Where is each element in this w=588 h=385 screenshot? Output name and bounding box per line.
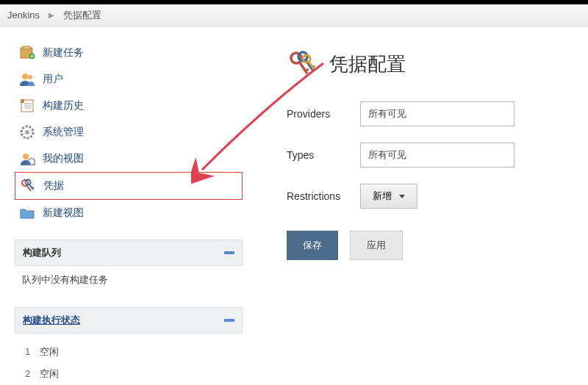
sidebar-item-label: 我的视图 [43,152,84,165]
breadcrumb-current[interactable]: 凭据配置 [63,9,101,22]
page-title-row: 凭据配置 [287,48,566,79]
build-queue-body: 队列中没有构建任务 [15,266,243,294]
sidebar-item-new-view[interactable]: 新建视图 [15,200,243,226]
sidebar-item-users[interactable]: 用户 [15,66,243,93]
sidebar-item-build-history[interactable]: 构建历史 [15,93,243,119]
executor-status: 空闲 [40,368,59,379]
svg-text:+: + [30,53,34,60]
breadcrumb-root[interactable]: Jenkins [7,10,40,21]
collapse-icon[interactable] [224,251,234,254]
svg-rect-7 [21,99,24,103]
save-button[interactable]: 保存 [287,231,338,260]
types-field[interactable]: 所有可见 [360,143,514,168]
providers-label: Providers [287,108,360,120]
sidebar-item-label: 系统管理 [43,126,84,139]
sidebar-item-my-view[interactable]: 我的视图 [15,145,243,172]
page-title: 凭据配置 [329,51,406,77]
keys-icon [20,178,36,194]
restrictions-add-dropdown[interactable]: 新增 [360,184,417,209]
dropdown-label: 新增 [373,190,392,203]
build-queue-empty: 队列中没有构建任务 [22,273,235,287]
collapse-icon[interactable] [224,319,234,322]
sidebar-item-label: 构建历史 [43,99,84,112]
providers-row: Providers 所有可见 [287,101,566,126]
apply-button[interactable]: 应用 [350,231,403,260]
my-view-icon [19,151,35,167]
executor-num: 2 [25,368,37,379]
svg-line-15 [34,164,35,165]
button-row: 保存 应用 [287,231,566,260]
sidebar-item-label: 新建视图 [43,206,84,220]
history-icon [19,98,35,114]
build-queue-panel-header: 构建队列 [15,240,243,266]
svg-point-4 [22,73,28,79]
executors-title[interactable]: 构建执行状态 [23,314,80,325]
executor-status: 空闲 [40,346,59,357]
folder-plus-icon [19,205,35,221]
chevron-down-icon [399,195,405,198]
svg-rect-1 [23,46,30,49]
svg-line-23 [306,69,309,71]
svg-point-5 [28,75,32,79]
types-row: Types 所有可见 [287,143,566,168]
breadcrumb: Jenkins ▶ 凭据配置 [0,4,588,26]
types-label: Types [287,149,360,161]
svg-point-13 [23,154,29,159]
users-icon [19,71,35,87]
executor-item: 2 空闲 [22,363,235,385]
executors-panel-header: 构建执行状态 [15,307,243,334]
breadcrumb-separator-icon: ▶ [49,11,54,19]
main-content: 凭据配置 Providers 所有可见 Types 所有可见 Restricti… [250,26,588,385]
gear-icon [19,124,35,140]
restrictions-label: Restrictions [287,190,360,202]
new-job-icon: + [19,45,35,61]
executors-body: 1 空闲 2 空闲 [15,334,243,385]
sidebar-item-credentials[interactable]: 凭据 [15,172,243,200]
executor-num: 1 [25,346,37,357]
svg-point-12 [25,130,29,134]
sidebar-item-label: 凭据 [43,179,64,192]
svg-line-20 [32,187,34,188]
keys-large-icon [287,48,318,79]
build-queue-title: 构建队列 [23,246,61,259]
sidebar-item-label: 新建任务 [43,46,84,60]
sidebar-item-label: 用户 [43,73,63,86]
restrictions-row: Restrictions 新增 [287,184,566,209]
executor-item: 1 空闲 [22,341,235,363]
providers-field[interactable]: 所有可见 [360,101,514,126]
sidebar-item-system-config[interactable]: 系统管理 [15,119,243,145]
sidebar: + 新建任务 用户 构建历史 系统管理 我的视图 [0,26,250,385]
sidebar-item-new-job[interactable]: + 新建任务 [15,40,243,66]
